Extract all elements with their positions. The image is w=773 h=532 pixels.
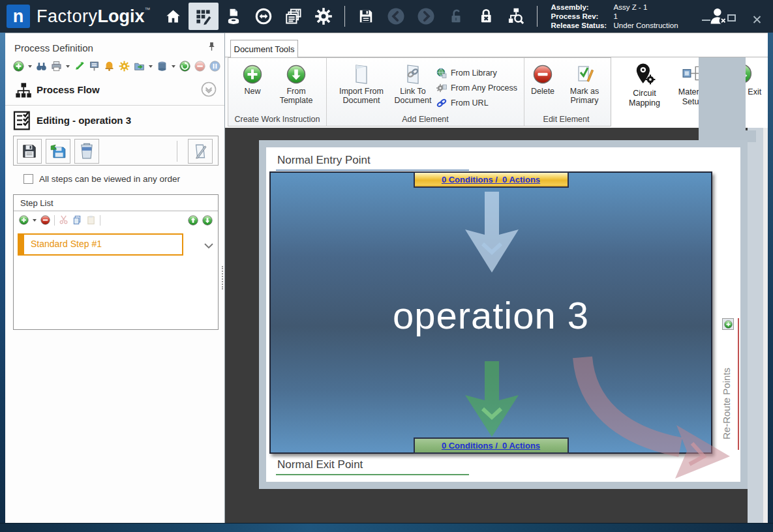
transfer-button[interactable] [249,3,279,30]
group-label: Add Element [327,115,524,124]
normal-exit-point-label: Normal Exit Point [277,458,363,471]
swap-steps-button[interactable] [74,61,85,72]
find-button[interactable] [36,61,47,72]
move-step-down-button[interactable] [202,215,213,226]
circuit-mapping-icon [633,63,656,86]
print-dropdown[interactable] [66,65,70,68]
export-dropdown[interactable] [149,65,153,68]
home-button[interactable] [159,3,189,30]
alerts-button[interactable] [104,61,115,72]
release-status-label: Release Status: [551,21,611,30]
print-button[interactable] [51,61,62,72]
import-step-button[interactable] [46,139,70,164]
close-button[interactable] [753,14,761,22]
unlock-button[interactable] [441,3,471,30]
back-button[interactable] [381,3,411,30]
delete-step-button[interactable] [74,139,99,164]
save-step-button[interactable] [17,139,42,164]
process-rev-label: Process Rev: [551,12,611,21]
add-process-button[interactable] [13,61,24,72]
url-chain-icon [436,98,447,108]
exit-badge-link[interactable]: 0 Conditions / 0 Actions [442,441,540,451]
editing-header-row: Editing - operation 3 [5,110,224,132]
pause-button[interactable] [209,61,220,72]
entry-badge-link[interactable]: 0 Conditions / 0 Actions [442,175,540,185]
process-settings-button[interactable] [119,61,130,72]
panel-splitter[interactable] [222,266,224,289]
cut-step-button[interactable] [59,215,68,225]
move-step-up-button[interactable] [188,215,198,226]
add-reroute-point-button[interactable] [722,318,734,330]
recycle-dropdown[interactable] [172,65,175,68]
assembly-info: Assembly:Assy Z - 1 Process Rev:1 Releas… [551,3,678,30]
copy-step-button[interactable] [72,215,82,225]
process-engineering-button[interactable] [189,3,219,30]
from-library-item[interactable]: From Library [436,65,517,80]
add-step-dropdown[interactable] [33,219,37,222]
save-icon [357,8,374,25]
binoculars-icon [36,61,47,72]
scissors-icon [59,215,68,225]
entry-conditions-badge[interactable]: 0 Conditions / 0 Actions [414,171,569,188]
process-flow-label: Process Flow [37,84,100,95]
remove-step-button[interactable] [40,215,50,225]
settings-button[interactable] [309,3,339,30]
green-swap-arrows-icon [74,61,85,72]
close-icon [753,16,761,23]
sheet-feed-icon [225,8,242,25]
step-item-standard-step-1[interactable]: Standard Step #1 [18,233,183,256]
export-button[interactable] [134,61,145,72]
add-process-dropdown[interactable] [28,65,32,68]
pin-icon [207,41,217,52]
new-plus-icon [242,64,263,85]
exit-conditions-badge[interactable]: 0 Conditions / 0 Actions [414,437,569,454]
maximize-button[interactable] [727,14,736,22]
tab-document-tools[interactable]: Document Tools [230,40,298,57]
stop-icon [194,61,205,72]
step-list-title: Step List [14,195,218,211]
forward-arrow-icon [416,7,436,26]
entry-exit-selected-tab-background [699,57,746,132]
exit-flow-arrow [462,361,521,437]
save-button[interactable] [351,3,381,30]
app-logo: n [7,5,30,28]
pin-button[interactable] [207,41,217,55]
production-button[interactable] [219,3,249,30]
edit-step-button[interactable] [188,139,213,164]
sync-arrows-icon [254,7,273,25]
gear-icon [314,7,333,25]
refresh-button[interactable] [179,61,190,72]
editing-label: Editing - operation 3 [37,115,131,126]
window-controls [702,14,761,22]
lock-discard-button[interactable] [471,3,501,30]
operation-node[interactable]: operation 3 0 Conditions / 0 Actions 0 C… [269,171,712,454]
pause-icon [209,61,220,72]
process-flow-row[interactable]: Process Flow [5,80,224,101]
edit-document-icon [192,143,209,160]
process-audit-button[interactable] [501,3,531,30]
process-gears-icon [436,83,447,93]
panel-title: Process Definition [14,42,93,53]
any-order-checkbox[interactable] [23,174,33,184]
release-status-value: Under Construction [614,21,678,30]
document-link-icon [403,64,423,85]
paste-step-button[interactable] [86,215,96,225]
exit-underline [276,474,469,475]
checklist-icon [12,110,33,134]
circuit-mapping-button[interactable]: Circuit Mapping [620,63,669,108]
from-any-process-item[interactable]: From Any Process [436,80,517,95]
recycle-button[interactable] [157,61,168,72]
deploy-button[interactable] [89,61,100,72]
toolbar-separator [344,6,345,27]
from-url-item[interactable]: From URL [436,95,517,110]
minimize-button[interactable] [702,15,710,21]
step-expand-chevron[interactable] [204,240,213,252]
forward-button[interactable] [411,3,441,30]
collapse-section-button[interactable] [201,81,217,100]
process-rev-value: 1 [614,12,678,21]
template-download-icon [286,64,307,85]
stop-button[interactable] [194,61,205,72]
chevron-down-circle-icon [201,81,217,97]
add-step-button[interactable] [19,215,29,225]
reports-button[interactable] [279,3,309,30]
